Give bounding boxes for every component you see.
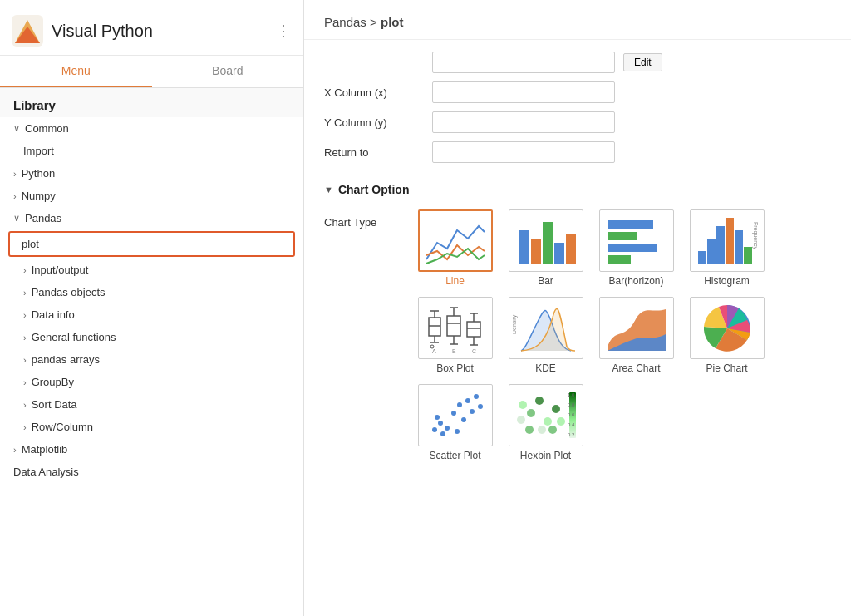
tab-board[interactable]: Board — [152, 56, 304, 87]
svg-rect-7 — [566, 234, 576, 264]
svg-rect-9 — [608, 232, 637, 240]
sidebar-item-plot[interactable]: plot — [8, 231, 295, 257]
sidebar-item-sort-data[interactable]: › Sort Data — [0, 393, 303, 416]
chart-thumb-hexbin-plot[interactable]: 1.0 0.8 0.6 0.4 0.2 — [509, 384, 583, 446]
svg-point-48 — [461, 417, 466, 422]
breadcrumb: Pandas > plot — [304, 0, 851, 40]
edit-button[interactable]: Edit — [623, 53, 662, 71]
chart-name-bar: Bar — [538, 275, 553, 287]
chart-thumb-line[interactable] — [418, 209, 493, 272]
sidebar-item-label: Numpy — [22, 190, 56, 202]
x-column-row: X Column (x) — [324, 81, 831, 103]
svg-point-68 — [548, 426, 557, 434]
x-column-label: X Column (x) — [324, 86, 424, 99]
chart-option-header: ▼ Chart Option — [304, 175, 851, 201]
return-to-input[interactable] — [432, 141, 615, 163]
chart-thumb-bar[interactable] — [509, 209, 583, 272]
tab-menu[interactable]: Menu — [0, 56, 152, 87]
svg-rect-4 — [531, 239, 541, 264]
chart-item-box-plot[interactable]: A B C Box Plot — [416, 297, 494, 374]
sidebar-item-groupby[interactable]: › GroupBy — [0, 371, 303, 393]
return-to-label: Return to — [324, 146, 424, 159]
chevron-rowcolumn-icon: › — [23, 422, 27, 432]
sidebar-item-row-column[interactable]: › Row/Column — [0, 416, 303, 438]
library-header: Library — [0, 88, 303, 117]
sidebar-item-label: Import — [23, 145, 54, 157]
left-panel: Visual Python ⋮ Menu Board Library ∨ Com… — [0, 0, 304, 616]
sidebar-item-pandas-arrays[interactable]: › pandas arrays — [0, 348, 303, 371]
y-column-input[interactable] — [432, 111, 615, 133]
sidebar-item-label: Common — [25, 122, 69, 135]
sidebar-item-input-output[interactable]: › Input/output — [0, 259, 303, 281]
svg-rect-13 — [698, 251, 706, 264]
chevron-inputoutput-icon: › — [23, 265, 27, 275]
chart-item-hexbin-plot[interactable]: 1.0 0.8 0.6 0.4 0.2 — [506, 384, 585, 461]
svg-point-64 — [544, 417, 552, 426]
chevron-pandas-icon: ∨ — [13, 213, 20, 224]
breadcrumb-path: Pandas > — [324, 15, 381, 29]
tab-bar: Menu Board — [0, 56, 303, 88]
svg-rect-3 — [519, 230, 529, 264]
sidebar-item-label: Matplotlib — [22, 443, 68, 456]
sidebar-item-import[interactable]: Import — [0, 140, 303, 162]
chart-item-line[interactable]: Line — [416, 209, 494, 287]
chart-thumb-histogram[interactable]: Frequency — [690, 209, 765, 272]
chart-thumb-box-plot[interactable]: A B C — [418, 297, 493, 359]
sidebar-item-label: Data Analysis — [13, 466, 79, 478]
chart-item-bar[interactable]: Bar — [506, 209, 585, 287]
svg-text:A: A — [432, 348, 436, 354]
sidebar-item-pandas-objects[interactable]: › Pandas objects — [0, 281, 303, 303]
svg-point-53 — [440, 431, 445, 436]
chart-thumb-pie-chart[interactable] — [690, 297, 765, 359]
sidebar-item-matplotlib[interactable]: › Matplotlib — [0, 438, 303, 461]
menu-dots-button[interactable]: ⋮ — [276, 22, 292, 40]
svg-text:Density: Density — [513, 314, 518, 334]
svg-text:Frequency: Frequency — [752, 222, 759, 250]
sidebar-item-label: GroupBy — [32, 376, 74, 388]
svg-point-46 — [451, 411, 456, 416]
svg-rect-15 — [716, 226, 725, 264]
form-section: Edit X Column (x) Y Column (y) Return to — [304, 40, 851, 175]
chart-name-line: Line — [445, 275, 465, 287]
chart-thumb-area-chart[interactable] — [599, 297, 674, 359]
pie-chart-svg — [694, 301, 760, 355]
svg-rect-16 — [726, 218, 734, 264]
bar-horizon-chart-svg — [603, 214, 670, 268]
svg-point-43 — [438, 421, 443, 426]
svg-rect-8 — [608, 220, 653, 229]
chart-item-scatter-plot[interactable]: Scatter Plot — [416, 384, 494, 461]
svg-rect-20 — [429, 318, 440, 336]
svg-rect-5 — [543, 222, 553, 264]
sidebar-item-python[interactable]: › Python — [0, 162, 303, 185]
chevron-python-icon: › — [13, 169, 17, 179]
sidebar-item-data-info[interactable]: › Data info — [0, 303, 303, 326]
sidebar-item-general-functions[interactable]: › General functions — [0, 326, 303, 348]
svg-rect-14 — [707, 239, 716, 264]
svg-rect-11 — [608, 255, 631, 264]
svg-point-44 — [445, 426, 450, 431]
top-input[interactable] — [432, 52, 615, 73]
kde-svg: Density — [513, 301, 579, 355]
chart-item-pie-chart[interactable]: Pie Chart — [687, 297, 766, 374]
svg-rect-17 — [735, 230, 743, 264]
chart-name-kde: KDE — [535, 362, 556, 374]
chart-item-area-chart[interactable]: Area Chart — [597, 297, 676, 374]
chart-thumb-kde[interactable]: Density — [509, 297, 583, 359]
sidebar-item-numpy[interactable]: › Numpy — [0, 185, 303, 207]
svg-text:1.0: 1.0 — [568, 392, 575, 397]
sidebar-item-common[interactable]: ∨ Common — [0, 117, 303, 140]
chart-item-kde[interactable]: Density KDE — [506, 297, 585, 374]
x-column-input[interactable] — [432, 81, 615, 103]
y-column-row: Y Column (y) — [324, 111, 831, 133]
chart-item-histogram[interactable]: Frequency Histogram — [687, 209, 766, 287]
svg-text:0.8: 0.8 — [568, 402, 575, 407]
chart-thumb-bar-horizon[interactable] — [599, 209, 674, 272]
svg-point-45 — [435, 415, 440, 420]
chart-item-bar-horizon[interactable]: Bar(horizon) — [597, 209, 676, 287]
chevron-sortdata-icon: › — [23, 400, 27, 410]
chart-grid: Line Bar — [416, 209, 766, 461]
svg-point-67 — [538, 426, 546, 434]
chart-thumb-scatter-plot[interactable] — [418, 384, 493, 446]
sidebar-item-data-analysis[interactable]: Data Analysis — [0, 461, 303, 483]
sidebar-item-pandas[interactable]: ∨ Pandas — [0, 207, 303, 229]
